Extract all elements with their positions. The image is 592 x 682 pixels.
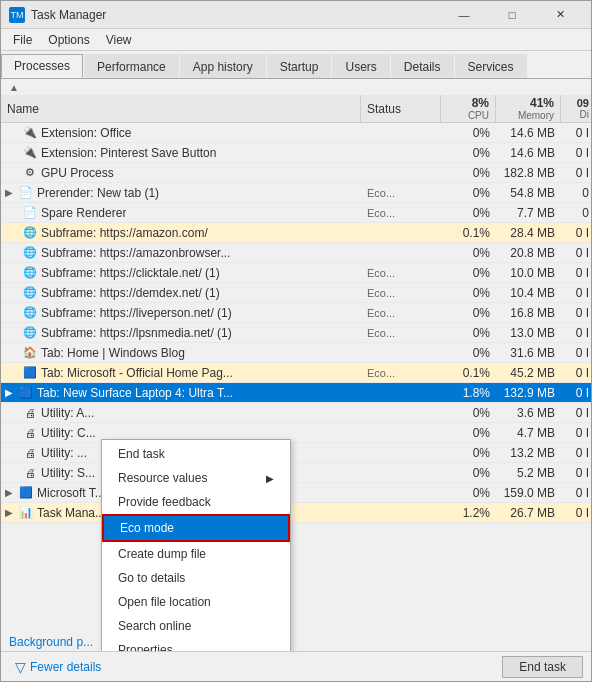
col-header-cpu[interactable]: 8% CPU (441, 95, 496, 122)
col-header-disk[interactable]: 09 Di (561, 95, 591, 122)
process-icon: 🖨 (23, 466, 37, 480)
col-header-status[interactable]: Status (361, 95, 441, 122)
submenu-arrow: ▶ (266, 473, 274, 484)
process-name: GPU Process (41, 166, 114, 180)
cell-cpu: 0.1% (441, 224, 496, 242)
menu-view[interactable]: View (98, 31, 140, 49)
background-processes-label: Background p... (9, 635, 93, 649)
process-name: Subframe: https://amazon.com/ (41, 226, 208, 240)
process-icon: 🏠 (23, 346, 37, 360)
cell-memory: 10.4 MB (496, 284, 561, 302)
expand-arrow[interactable]: ▶ (5, 187, 15, 198)
cell-cpu: 0% (441, 464, 496, 482)
context-menu-item[interactable]: Open file location (102, 590, 290, 614)
fewer-details-button[interactable]: ▽ Fewer details (9, 657, 107, 677)
process-name: Utility: S... (41, 466, 95, 480)
maximize-button[interactable]: □ (489, 5, 535, 25)
table-row[interactable]: 🌐Subframe: https://lpsnmedia.net/ (1) Ec… (1, 323, 591, 343)
cell-disk: 0 I (561, 324, 591, 342)
tab-users[interactable]: Users (332, 54, 389, 78)
cell-disk: 0 I (561, 484, 591, 502)
process-name: Subframe: https://amazonbrowser... (41, 246, 230, 260)
table-row[interactable]: 🔌Extension: Pinterest Save Button 0% 14.… (1, 143, 591, 163)
tab-startup[interactable]: Startup (267, 54, 332, 78)
expand-arrow[interactable]: ▶ (5, 387, 15, 398)
table-row[interactable]: 🖨Utility: S... 0% 5.2 MB 0 I (1, 463, 591, 483)
end-task-button[interactable]: End task (502, 656, 583, 678)
cell-name: 📄Spare Renderer (1, 204, 361, 222)
cell-cpu: 0% (441, 344, 496, 362)
context-menu-item[interactable]: Eco mode (102, 514, 290, 542)
table-row[interactable]: ▶📊Task Mana... 1.2% 26.7 MB 0 I (1, 503, 591, 523)
col-header-memory[interactable]: 41% Memory (496, 95, 561, 122)
cell-disk: 0 I (561, 284, 591, 302)
tab-performance[interactable]: Performance (84, 54, 179, 78)
process-icon: 🌐 (23, 306, 37, 320)
table-row[interactable]: ▶🟦Tab: New Surface Laptop 4: Ultra T... … (1, 383, 591, 403)
context-menu-item[interactable]: Search online (102, 614, 290, 638)
cell-memory: 14.6 MB (496, 124, 561, 142)
table-row[interactable]: 🟦Tab: Microsoft - Official Home Pag... E… (1, 363, 591, 383)
table-row[interactable]: ▶📄Prerender: New tab (1) Eco... 0% 54.8 … (1, 183, 591, 203)
cell-cpu: 0% (441, 124, 496, 142)
context-menu-item[interactable]: Resource values▶ (102, 466, 290, 490)
tab-app-history[interactable]: App history (180, 54, 266, 78)
cell-status (361, 391, 441, 395)
cell-status (361, 351, 441, 355)
process-name: Subframe: https://lpsnmedia.net/ (1) (41, 326, 232, 340)
process-icon: 📄 (23, 206, 37, 220)
cell-memory: 31.6 MB (496, 344, 561, 362)
expand-arrow[interactable]: ▶ (5, 487, 15, 498)
process-name: Task Mana... (37, 506, 105, 520)
tab-details[interactable]: Details (391, 54, 454, 78)
context-menu-item[interactable]: Create dump file (102, 542, 290, 566)
table-row[interactable]: 🖨Utility: C... 0% 4.7 MB 0 I (1, 423, 591, 443)
table-row[interactable]: 🌐Subframe: https://clicktale.net/ (1) Ec… (1, 263, 591, 283)
close-button[interactable]: ✕ (537, 5, 583, 25)
cell-name: 🟦Tab: Microsoft - Official Home Pag... (1, 364, 361, 382)
col-header-name[interactable]: Name (1, 95, 361, 122)
minimize-button[interactable]: — (441, 5, 487, 25)
cell-status: Eco... (361, 285, 441, 301)
process-name: Extension: Pinterest Save Button (41, 146, 216, 160)
cell-cpu: 0% (441, 444, 496, 462)
cell-memory: 14.6 MB (496, 144, 561, 162)
task-manager-window: TM Task Manager — □ ✕ File Options View … (0, 0, 592, 682)
table-row[interactable]: ⚙GPU Process 0% 182.8 MB 0 I (1, 163, 591, 183)
cell-cpu: 0% (441, 284, 496, 302)
cell-disk: 0 I (561, 364, 591, 382)
context-menu-item[interactable]: Go to details (102, 566, 290, 590)
cell-disk: 0 I (561, 164, 591, 182)
menu-file[interactable]: File (5, 31, 40, 49)
table-row[interactable]: 📄Spare Renderer Eco... 0% 7.7 MB 0 (1, 203, 591, 223)
table-row[interactable]: 🌐Subframe: https://amazon.com/ 0.1% 28.4… (1, 223, 591, 243)
cell-cpu: 0% (441, 144, 496, 162)
context-menu-item[interactable]: End task (102, 442, 290, 466)
table-row[interactable]: 🖨Utility: A... 0% 3.6 MB 0 I (1, 403, 591, 423)
table-row[interactable]: 🖨Utility: ... 0% 13.2 MB 0 I (1, 443, 591, 463)
table-row[interactable]: 🔌Extension: Office 0% 14.6 MB 0 I (1, 123, 591, 143)
context-menu-item[interactable]: Provide feedback (102, 490, 290, 514)
tab-processes[interactable]: Processes (1, 54, 83, 78)
cell-name: ▶📄Prerender: New tab (1) (1, 184, 361, 202)
cell-disk: 0 I (561, 424, 591, 442)
context-menu-item[interactable]: Properties (102, 638, 290, 651)
cell-memory: 16.8 MB (496, 304, 561, 322)
table-row[interactable]: 🏠Tab: Home | Windows Blog 0% 31.6 MB 0 I (1, 343, 591, 363)
menu-options[interactable]: Options (40, 31, 97, 49)
cell-disk: 0 I (561, 244, 591, 262)
table-row[interactable]: ▶🟦Microsoft T... 0% 159.0 MB 0 I (1, 483, 591, 503)
table-row[interactable]: 🌐Subframe: https://demdex.net/ (1) Eco..… (1, 283, 591, 303)
process-icon: 🌐 (23, 246, 37, 260)
content-area: ▲ Name Status 8% CPU 41% Memory 09 Di (1, 79, 591, 651)
tabs: Processes Performance App history Startu… (1, 51, 591, 79)
table-row[interactable]: 🌐Subframe: https://liveperson.net/ (1) E… (1, 303, 591, 323)
cell-status: Eco... (361, 205, 441, 221)
expand-arrow[interactable]: ▶ (5, 507, 15, 518)
process-name: Utility: A... (41, 406, 94, 420)
cell-disk: 0 I (561, 124, 591, 142)
table-row[interactable]: 🌐Subframe: https://amazonbrowser... 0% 2… (1, 243, 591, 263)
cell-status: Eco... (361, 265, 441, 281)
cell-memory: 20.8 MB (496, 244, 561, 262)
tab-services[interactable]: Services (455, 54, 527, 78)
